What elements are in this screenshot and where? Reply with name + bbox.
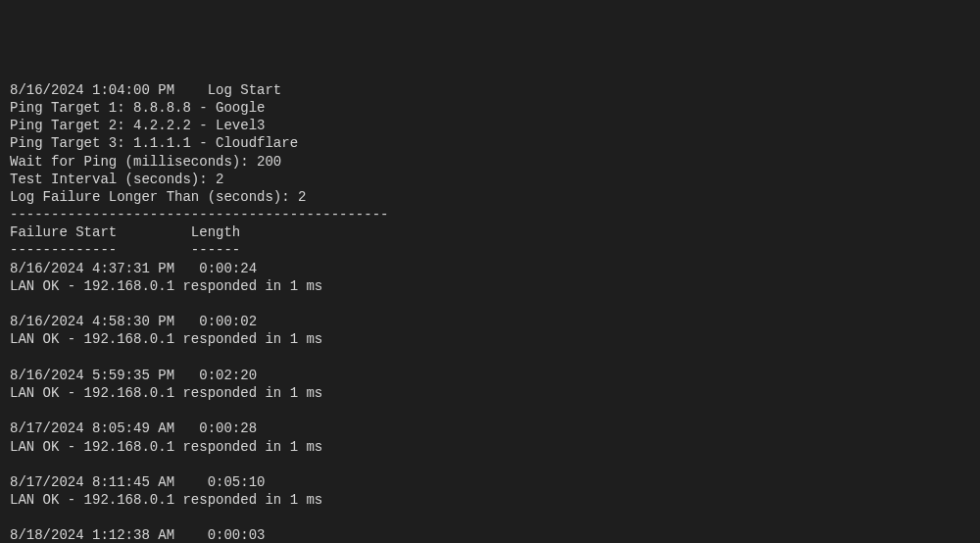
blank-line: [10, 456, 970, 473]
ping-target-3: Ping Target 3: 1.1.1.1 - Cloudflare: [10, 134, 970, 152]
ping-target-1: Ping Target 1: 8.8.8.8 - Google: [10, 99, 970, 117]
log-failure-threshold: Log Failure Longer Than (seconds): 2: [10, 188, 970, 206]
blank-line: [10, 509, 970, 526]
lan-status: LAN OK - 192.168.0.1 responded in 1 ms: [10, 277, 970, 295]
lan-status: LAN OK - 192.168.0.1 responded in 1 ms: [10, 384, 970, 402]
lan-status: LAN OK - 192.168.0.1 responded in 1 ms: [10, 491, 970, 509]
wait-for-ping: Wait for Ping (milliseconds): 200: [10, 153, 970, 171]
column-headers: Failure Start Length: [10, 223, 970, 241]
lan-status: LAN OK - 192.168.0.1 responded in 1 ms: [10, 330, 970, 348]
blank-line: [10, 295, 970, 313]
failure-entry: 8/16/2024 4:58:30 PM 0:00:02: [10, 313, 970, 330]
failure-entry: 8/16/2024 5:59:35 PM 0:02:20: [10, 367, 970, 384]
failure-entry: 8/16/2024 4:37:31 PM 0:00:24: [10, 260, 970, 277]
failure-entry: 8/17/2024 8:11:45 AM 0:05:10: [10, 473, 970, 491]
column-underline: ------------- ------: [10, 241, 970, 259]
log-output: 8/16/2024 1:04:00 PM Log StartPing Targe…: [10, 81, 970, 543]
log-start-line: 8/16/2024 1:04:00 PM Log Start: [10, 81, 970, 99]
lan-status: LAN OK - 192.168.0.1 responded in 1 ms: [10, 438, 970, 456]
blank-line: [10, 349, 970, 367]
blank-line: [10, 402, 970, 420]
ping-target-2: Ping Target 2: 4.2.2.2 - Level3: [10, 117, 970, 134]
separator: ----------------------------------------…: [10, 206, 970, 223]
failure-entry: 8/18/2024 1:12:38 AM 0:00:03: [10, 526, 970, 543]
test-interval: Test Interval (seconds): 2: [10, 171, 970, 188]
failure-entry: 8/17/2024 8:05:49 AM 0:00:28: [10, 420, 970, 437]
